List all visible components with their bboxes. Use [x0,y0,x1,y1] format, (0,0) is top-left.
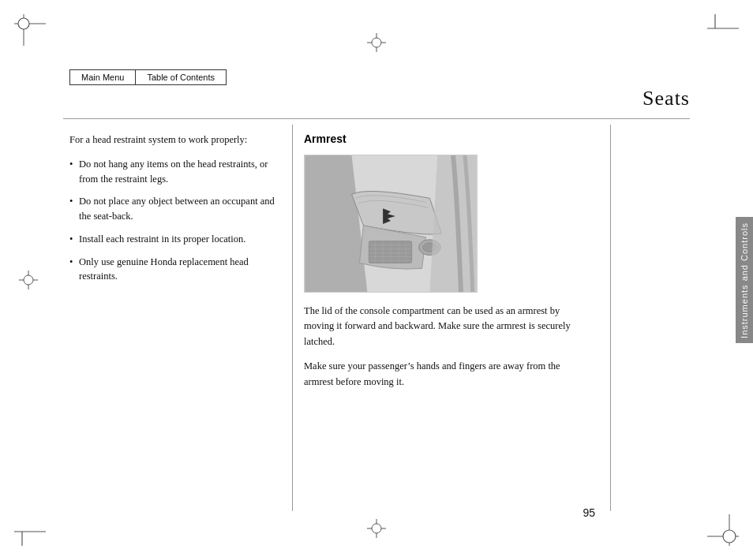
bullet-list: Do not hang any items on the head restra… [69,157,281,284]
armrest-image [304,155,478,293]
page-title-area: Seats [642,87,690,110]
table-of-contents-button[interactable]: Table of Contents [135,69,227,85]
left-column: For a head restraint system to work prop… [69,133,281,292]
corner-mark-tr [707,14,739,46]
vertical-divider-left [292,125,293,511]
bullet-item-2: Do not place any object between an occup… [69,194,281,224]
armrest-paragraph-1: The lid of the console compartment can b… [304,304,580,349]
corner-mark-bl [14,514,46,546]
svg-point-9 [723,530,736,543]
intro-text: For a head restraint system to work prop… [69,133,281,147]
page-number: 95 [583,506,595,519]
main-menu-button[interactable]: Main Menu [69,69,135,85]
bullet-item-4: Only use genuine Honda replacement head … [69,255,281,285]
vertical-divider-right [610,125,611,511]
side-tab-label: Instruments and Controls [740,222,749,338]
crosshair-top [367,33,386,52]
corner-mark-tl [14,14,46,46]
svg-point-19 [372,524,381,533]
page-title: Seats [642,87,690,110]
crosshair-bottom [367,519,386,538]
armrest-heading: Armrest [304,133,580,145]
armrest-paragraph-2: Make sure your passenger’s hands and fin… [304,359,580,390]
main-rule [63,118,690,119]
nav-buttons: Main Menu Table of Contents [69,69,227,85]
crosshair-left [19,271,38,289]
side-tab: Instruments and Controls [736,217,753,343]
svg-point-0 [18,18,29,29]
bullet-item-3: Install each restraint in its proper loc… [69,232,281,247]
right-column: Armrest [304,133,580,399]
corner-mark-br [707,514,739,546]
bullet-item-1: Do not hang any items on the head restra… [69,157,281,187]
svg-point-24 [24,275,33,285]
svg-point-14 [372,38,381,47]
